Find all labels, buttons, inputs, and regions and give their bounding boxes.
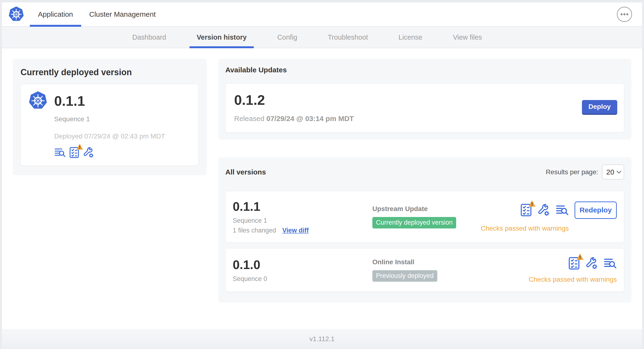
warning-icon	[576, 253, 584, 260]
current-version-number: 0.1.1	[54, 93, 85, 109]
app-frame: Application Cluster Management Dashboard…	[2, 2, 642, 349]
results-per-page-label: Results per page:	[546, 168, 598, 176]
tab-troubleshoot[interactable]: Troubleshoot	[320, 27, 375, 48]
row-files-changed: 1 files changed	[233, 227, 276, 234]
row-sequence: Sequence 0	[233, 275, 372, 283]
results-per-page: Results per page: 20	[546, 164, 624, 180]
top-tabs: Application Cluster Management	[30, 2, 164, 26]
tab-license[interactable]: License	[391, 27, 430, 48]
deploy-button[interactable]: Deploy	[582, 100, 617, 115]
version-row: 0.1.1 Sequence 1 1 files changed View di…	[225, 191, 624, 242]
deploy-logs-icon[interactable]	[556, 204, 569, 216]
ellipsis-icon	[620, 13, 628, 16]
update-version-number: 0.1.2	[234, 92, 354, 108]
tab-cluster-management[interactable]: Cluster Management	[81, 2, 164, 26]
config-icon[interactable]	[83, 147, 94, 158]
deploy-logs-icon[interactable]	[604, 258, 617, 269]
app-sub-navigation: Dashboard Version history Config Trouble…	[2, 27, 642, 48]
overflow-menu-button[interactable]	[617, 7, 632, 22]
tab-application-label: Application	[38, 10, 73, 18]
tab-config[interactable]: Config	[270, 27, 304, 48]
main-content: Currently deployed version 0.1.1 Sequenc…	[2, 48, 642, 329]
tab-version-history[interactable]: Version history	[190, 27, 254, 48]
currently-deployed-panel: Currently deployed version 0.1.1 Sequenc…	[13, 59, 207, 175]
row-version-number: 0.1.0	[233, 258, 372, 272]
currently-deployed-title: Currently deployed version	[20, 67, 198, 77]
tab-cluster-management-label: Cluster Management	[89, 10, 156, 18]
deploy-logs-icon[interactable]	[54, 148, 66, 158]
deployment-status-badge: Currently deployed version	[372, 217, 456, 228]
row-source: Online Install	[372, 258, 437, 266]
top-navigation: Application Cluster Management	[2, 2, 642, 27]
available-update-card: 0.1.2 Released 07/29/24 @ 03:14 pm MDT D…	[225, 84, 624, 132]
available-updates-title: Available Updates	[225, 66, 624, 74]
preflight-status-link[interactable]: Checks passed with warnings	[481, 225, 569, 232]
currently-deployed-card: 0.1.1 Sequence 1 Deployed 07/29/24 @ 02:…	[20, 84, 198, 166]
tab-application[interactable]: Application	[30, 2, 81, 26]
view-diff-link[interactable]: View diff	[282, 227, 309, 234]
redeploy-button[interactable]: Redeploy	[574, 202, 617, 219]
console-version: v1.112.1	[309, 335, 334, 343]
deployment-status-badge: Previously deployed	[372, 270, 437, 282]
config-icon[interactable]	[585, 257, 598, 270]
warning-icon	[76, 144, 83, 150]
row-sequence: Sequence 1	[233, 217, 372, 224]
config-icon[interactable]	[537, 204, 550, 216]
kubernetes-app-icon	[28, 90, 48, 111]
row-source: Upstream Update	[372, 205, 456, 213]
current-version-deployed-date: Deployed 07/29/24 @ 02:43 pm MDT	[54, 132, 191, 140]
update-released-date: Released 07/29/24 @ 03:14 pm MDT	[234, 114, 354, 123]
version-row: 0.1.0 Sequence 0 Online Install Previous…	[225, 248, 624, 292]
available-updates-panel: Available Updates 0.1.2 Released 07/29/2…	[218, 59, 631, 140]
all-versions-title: All versions	[225, 168, 266, 176]
results-per-page-select[interactable]: 20	[602, 164, 624, 180]
row-version-number: 0.1.1	[233, 199, 372, 214]
tab-dashboard[interactable]: Dashboard	[125, 27, 173, 48]
all-versions-panel: All versions Results per page: 20	[218, 157, 631, 303]
preflight-status-link[interactable]: Checks passed with warnings	[529, 276, 617, 283]
current-version-sequence: Sequence 1	[54, 115, 191, 123]
footer: v1.112.1	[2, 329, 642, 349]
current-version-actions	[54, 147, 191, 158]
tab-view-files[interactable]: View files	[446, 27, 489, 48]
kubernetes-logo	[8, 2, 24, 26]
warning-icon	[528, 200, 536, 207]
